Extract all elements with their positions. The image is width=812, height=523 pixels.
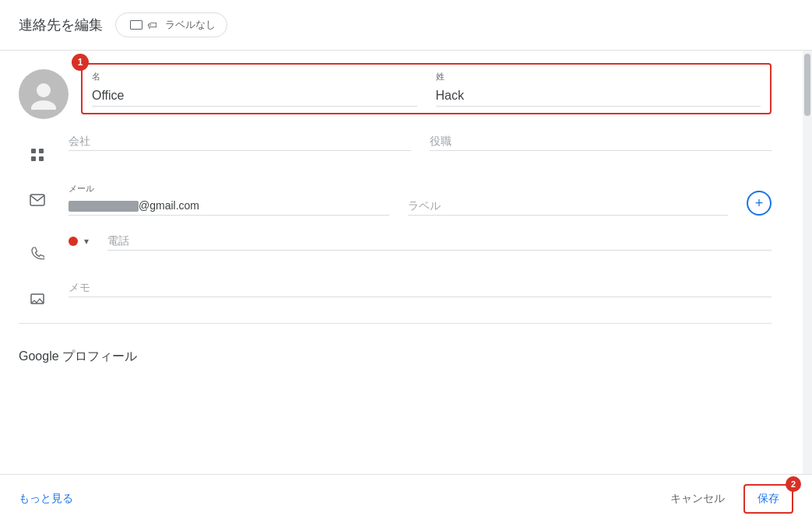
first-name-label: 名 xyxy=(92,71,417,82)
page-title: 連絡先を編集 xyxy=(19,16,103,34)
company-input[interactable] xyxy=(69,132,411,151)
save-button-label: 保存 xyxy=(758,492,779,504)
job-input[interactable] xyxy=(430,132,772,151)
contact-row: 1 名 姓 xyxy=(19,63,772,119)
svg-rect-3 xyxy=(39,149,44,153)
email-label: メール xyxy=(69,183,389,195)
email-field-group: メール @gmail.com xyxy=(69,183,389,216)
job-field-group xyxy=(430,132,772,151)
phone-icon xyxy=(19,231,56,262)
section-divider xyxy=(19,323,772,324)
avatar-icon xyxy=(28,79,59,110)
svg-point-1 xyxy=(31,100,56,110)
scrollbar-thumb[interactable] xyxy=(804,54,810,116)
add-email-button[interactable]: + xyxy=(747,191,772,216)
email-redacted xyxy=(69,201,139,212)
scrollbar-track[interactable] xyxy=(803,51,812,474)
phone-controls: ▾ xyxy=(69,236,89,247)
header: 連絡先を編集 🏷 ラベルなし xyxy=(0,0,812,51)
svg-rect-4 xyxy=(31,156,36,161)
memo-icon xyxy=(19,278,56,307)
last-name-field: 姓 xyxy=(436,71,761,107)
main-area: 1 名 姓 xyxy=(0,51,812,474)
form-area: 1 名 姓 xyxy=(0,51,803,474)
first-name-field: 名 xyxy=(92,71,417,107)
last-name-label: 姓 xyxy=(436,71,761,82)
svg-rect-6 xyxy=(30,195,44,205)
email-label-input[interactable] xyxy=(408,196,729,216)
phone-input[interactable] xyxy=(107,231,772,251)
avatar xyxy=(19,69,69,119)
phone-fields: ▾ xyxy=(69,231,772,251)
email-label-field-group xyxy=(408,196,729,216)
form-content: 1 名 姓 xyxy=(0,51,803,349)
name-fields-wrapper: 1 名 姓 xyxy=(81,63,772,114)
first-name-input[interactable] xyxy=(92,86,417,107)
svg-point-0 xyxy=(37,83,51,97)
email-fields: メール @gmail.com + xyxy=(69,178,772,216)
chevron-down-icon[interactable]: ▾ xyxy=(84,236,89,247)
phone-row: ▾ xyxy=(19,231,772,262)
label-button-text: ラベルなし xyxy=(165,18,216,32)
company-field-group xyxy=(69,132,411,151)
label-button[interactable]: 🏷 ラベルなし xyxy=(115,12,227,37)
email-icon xyxy=(19,178,56,206)
email-suffix: @gmail.com xyxy=(139,199,199,212)
step-1-badge: 1 xyxy=(72,54,89,71)
memo-field-group xyxy=(69,278,772,297)
footer-actions: キャンセル 保存 2 xyxy=(658,484,793,514)
memo-row xyxy=(19,278,772,307)
phone-dot xyxy=(69,237,78,246)
company-row xyxy=(19,132,772,163)
footer: もっと見る キャンセル 保存 2 xyxy=(0,474,812,523)
step-2-badge: 2 xyxy=(786,476,801,492)
memo-input[interactable] xyxy=(69,278,772,297)
more-link[interactable]: もっと見る xyxy=(19,492,73,506)
last-name-input[interactable] xyxy=(436,86,761,107)
profile-title: Google プロフィール xyxy=(19,349,772,365)
label-icon xyxy=(130,20,142,30)
phone-field-group xyxy=(107,231,772,251)
email-row: メール @gmail.com + xyxy=(19,178,772,216)
email-value: @gmail.com xyxy=(69,196,389,216)
svg-rect-2 xyxy=(31,149,36,153)
profile-section: Google プロフィール xyxy=(0,349,803,387)
company-icon xyxy=(19,132,56,163)
name-fields: 名 姓 xyxy=(92,71,761,107)
company-fields xyxy=(69,132,772,151)
cancel-button[interactable]: キャンセル xyxy=(658,486,737,512)
svg-rect-5 xyxy=(39,156,44,161)
save-button[interactable]: 保存 2 xyxy=(743,484,793,514)
